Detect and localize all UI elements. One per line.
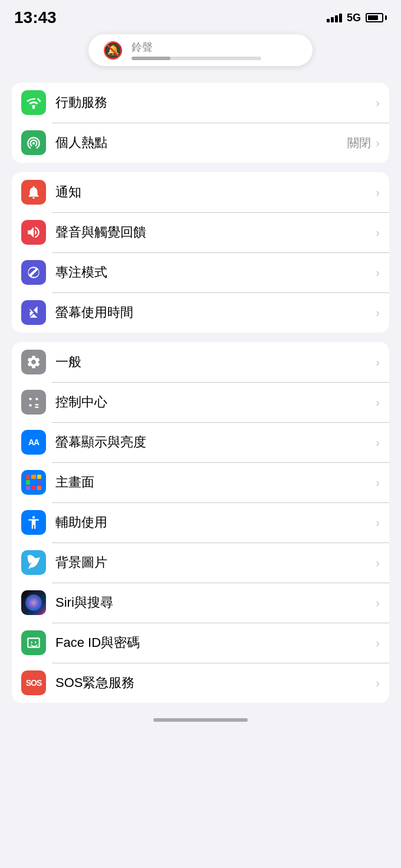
chevron-icon: › [376, 356, 380, 369]
row-notifications[interactable]: 通知 › [12, 172, 389, 212]
cellular-label: 行動服務 [55, 94, 376, 111]
hotspot-icon [21, 130, 46, 155]
chevron-icon: › [376, 96, 380, 110]
row-cellular[interactable]: 行動服務 › [12, 83, 389, 123]
volume-label: 鈴聲 [132, 40, 261, 54]
screentime-label: 螢幕使用時間 [55, 304, 376, 321]
row-wallpaper[interactable]: 背景圖片 › [12, 542, 389, 583]
focus-icon [21, 260, 46, 285]
faceid-label: Face ID與密碼 [55, 634, 376, 652]
sos-label: SOS緊急服務 [55, 674, 376, 692]
chevron-icon: › [376, 436, 380, 449]
wallpaper-label: 背景圖片 [55, 554, 376, 571]
row-control-center[interactable]: 控制中心 › [12, 382, 389, 422]
sounds-icon [21, 220, 46, 245]
chevron-icon: › [376, 306, 380, 320]
volume-track[interactable] [132, 57, 261, 60]
svg-point-3 [29, 404, 31, 406]
volume-pill: 🔕 鈴聲 [88, 34, 313, 66]
row-sounds[interactable]: 聲音與觸覺回饋 › [12, 212, 389, 252]
sos-icon: SOS [21, 670, 46, 695]
control-center-icon [21, 390, 46, 415]
svg-point-0 [32, 107, 35, 109]
chevron-icon: › [376, 516, 380, 530]
row-hotspot[interactable]: 個人熱點 關閉 › [12, 123, 389, 163]
siri-icon [21, 590, 46, 615]
general-icon [21, 350, 46, 374]
status-bar: 13:43 5G [0, 0, 401, 32]
home-screen-icon [21, 470, 46, 495]
control-center-label: 控制中心 [55, 393, 376, 411]
battery-icon [366, 13, 387, 22]
notifications-icon [21, 180, 46, 205]
hotspot-label: 個人熱點 [55, 134, 347, 152]
chevron-icon: › [376, 136, 380, 150]
volume-hud: 🔕 鈴聲 [0, 32, 401, 73]
svg-rect-5 [35, 407, 38, 408]
row-sos[interactable]: SOS SOS緊急服務 › [12, 663, 389, 703]
chevron-icon: › [376, 636, 380, 650]
focus-label: 專注模式 [55, 264, 376, 281]
volume-fill [132, 57, 170, 60]
bell-mute-icon: 🔕 [103, 41, 123, 60]
row-display[interactable]: AA 螢幕顯示與亮度 › [12, 422, 389, 462]
volume-info: 鈴聲 [132, 40, 261, 60]
accessibility-icon [21, 510, 46, 535]
screentime-icon [21, 300, 46, 325]
row-home-screen[interactable]: 主畫面 › [12, 462, 389, 502]
display-icon: AA [21, 430, 46, 455]
chevron-icon: › [376, 226, 380, 239]
chevron-icon: › [376, 596, 380, 610]
row-siri[interactable]: Siri與搜尋 › [12, 583, 389, 623]
chevron-icon: › [376, 556, 380, 570]
row-accessibility[interactable]: 輔助使用 › [12, 502, 389, 542]
row-faceid[interactable]: Face ID與密碼 › [12, 623, 389, 663]
wallpaper-icon [21, 550, 46, 575]
svg-point-1 [29, 397, 31, 400]
home-screen-label: 主畫面 [55, 474, 376, 491]
row-general[interactable]: 一般 › [12, 342, 389, 382]
chevron-icon: › [376, 186, 380, 199]
status-icons: 5G [327, 12, 387, 24]
hotspot-value: 關閉 [347, 135, 371, 151]
chevron-icon: › [376, 396, 380, 409]
chevron-icon: › [376, 266, 380, 280]
notifications-label: 通知 [55, 183, 376, 201]
section-notifications: 通知 › 聲音與觸覺回饋 › 專注模式 › 螢幕使用時間 › [12, 172, 389, 333]
status-time: 13:43 [14, 8, 57, 27]
sounds-label: 聲音與觸覺回饋 [55, 223, 376, 241]
svg-rect-4 [35, 404, 38, 405]
faceid-icon [21, 630, 46, 655]
siri-label: Siri與搜尋 [55, 594, 376, 611]
section-general: 一般 › 控制中心 › AA 螢幕顯示與亮度 › [12, 342, 389, 703]
chevron-icon: › [376, 476, 380, 489]
cellular-icon [21, 90, 46, 115]
home-bar [153, 718, 248, 722]
svg-point-2 [35, 397, 38, 400]
chevron-icon: › [376, 676, 380, 690]
row-screentime[interactable]: 螢幕使用時間 › [12, 292, 389, 333]
row-focus[interactable]: 專注模式 › [12, 252, 389, 292]
signal-icon [327, 14, 342, 22]
display-label: 螢幕顯示與亮度 [55, 433, 376, 451]
accessibility-label: 輔助使用 [55, 514, 376, 531]
section-connectivity: 行動服務 › 個人熱點 關閉 › [12, 83, 389, 163]
general-label: 一般 [55, 353, 376, 371]
network-label: 5G [347, 12, 361, 24]
home-indicator [0, 712, 401, 726]
